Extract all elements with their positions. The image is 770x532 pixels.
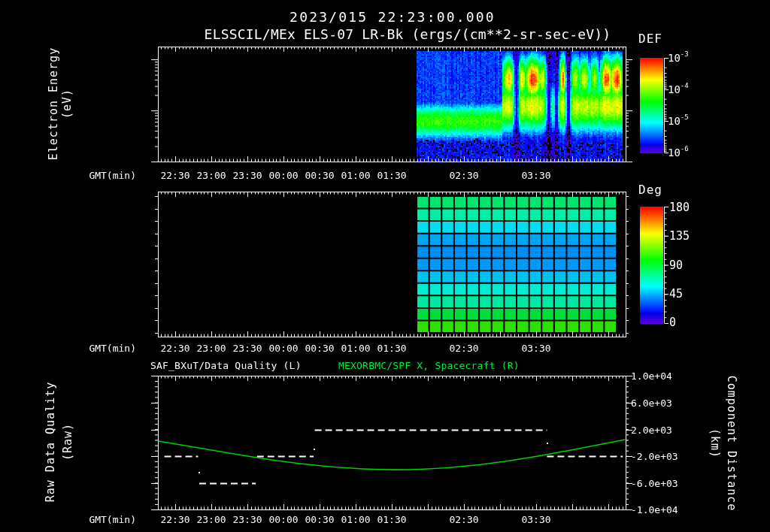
def-tick-label: 10-6 (668, 147, 689, 159)
panel3-ylabel-units: (Raw) (61, 423, 74, 461)
distance-tick-label: -1.0e+04 (631, 504, 678, 515)
time-tick-label: 00:30 (305, 343, 334, 354)
time-tick-label: 01:00 (341, 170, 370, 181)
deg-tick-label: 45 (669, 287, 683, 301)
def-tick-label: 10-3 (668, 52, 689, 64)
time-tick-label: 23:00 (196, 514, 226, 525)
panel1-ylabel-units: (eV) (60, 89, 74, 119)
time-tick-label: 00:00 (268, 514, 298, 525)
panel1-gmt-label: GMT(min) (74, 170, 136, 181)
time-tick-label: 00:00 (268, 343, 298, 354)
time-tick-label: 23:00 (196, 343, 226, 354)
time-tick-label: 02:30 (449, 343, 478, 354)
pitch-angle-grid-area (158, 192, 626, 337)
time-tick-label: 01:30 (377, 170, 406, 181)
time-tick-label: 23:30 (232, 170, 262, 181)
time-tick-label: 01:00 (341, 514, 370, 525)
time-tick-label: 00:30 (305, 170, 334, 181)
time-tick-label: 03:30 (521, 170, 550, 181)
def-colorbar (640, 58, 664, 153)
page-title: 2023/015 22:23:00.000 (15, 9, 770, 25)
time-tick-label: 02:30 (449, 514, 478, 525)
panel3-left-title: SAF_BXuT/Data Quality (L) (150, 360, 302, 371)
panel3-right-ylabel-units: (km) (708, 428, 722, 458)
distance-tick-label: 6.0e+03 (631, 397, 672, 409)
deg-colorbar (640, 207, 664, 323)
time-tick-label: 03:30 (521, 514, 550, 525)
distance-tick-label: -6.0e+03 (631, 478, 678, 489)
time-tick-label: 00:00 (268, 170, 298, 181)
time-tick-label: 01:00 (341, 343, 370, 354)
time-tick-label: 01:30 (377, 514, 406, 525)
def-tick-label: 10-4 (668, 83, 689, 95)
distance-tick-label: 2.0e+03 (631, 425, 672, 436)
time-tick-label: 23:30 (232, 514, 262, 525)
deg-colorbar-title: Deg (638, 183, 662, 197)
time-tick-label: 00:30 (305, 514, 334, 525)
time-tick-label: 22:30 (160, 170, 189, 181)
time-tick-label: 03:30 (521, 343, 550, 354)
distance-tick-label: 1.0e+04 (631, 370, 672, 382)
distance-tick-label: -2.0e+03 (631, 451, 678, 462)
deg-tick-label: 0 (669, 316, 676, 329)
time-tick-label: 01:30 (377, 343, 406, 354)
deg-tick-label: 90 (669, 258, 683, 272)
time-tick-label: 23:00 (196, 170, 226, 181)
time-tick-label: 23:30 (232, 343, 262, 354)
time-tick-label: 22:30 (160, 514, 189, 525)
panel3-ylabel: Raw Data Quality (44, 382, 57, 503)
electron-energy-spectrogram-area (158, 47, 626, 162)
deg-tick-label: 180 (669, 201, 690, 214)
panel3-right-title: MEXORBMC/SPF X, Spacecraft (R) (338, 360, 520, 371)
panel1-ylabel: Electron Energy (47, 47, 60, 160)
time-tick-label: 22:30 (160, 343, 189, 354)
panel3-right-ylabel: Component Distance (725, 376, 738, 512)
def-tick-label: 10-5 (668, 115, 689, 127)
time-tick-label: 02:30 (449, 170, 478, 181)
plot-page: { "colors": { "background": "#000000", "… (0, 0, 770, 532)
def-colorbar-title: DEF (638, 32, 662, 46)
deg-tick-label: 135 (669, 229, 690, 243)
panel3-gmt-label: GMT(min) (74, 514, 136, 525)
data-quality-distance-plot-area (158, 376, 626, 509)
panel2-gmt-label: GMT(min) (74, 343, 136, 354)
